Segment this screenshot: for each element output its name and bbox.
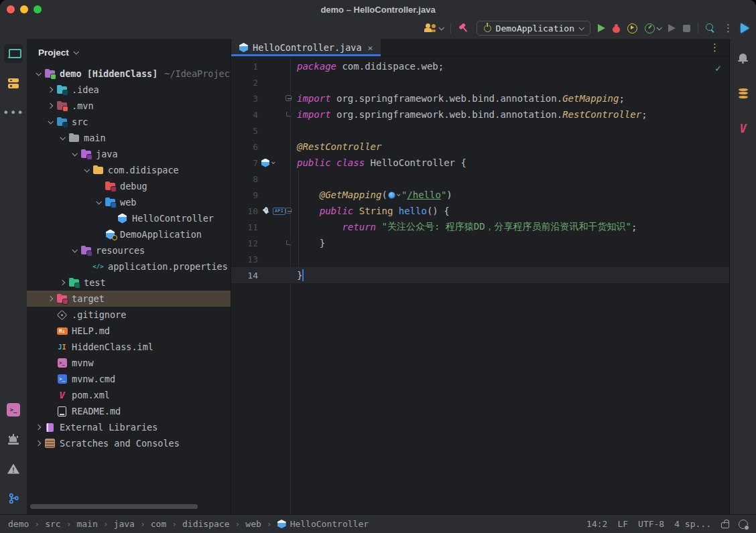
tree-item-DemoApplication[interactable]: DemoApplication <box>27 226 231 242</box>
database-button[interactable] <box>734 84 753 102</box>
status-widget-4sp[interactable]: 4 sp... <box>674 519 711 529</box>
tree-item-main[interactable]: main <box>27 130 231 146</box>
zoom-window-button[interactable] <box>34 5 42 13</box>
tree-item-.mvn[interactable]: .mvn <box>27 98 231 114</box>
notifications-button[interactable] <box>734 48 753 67</box>
chevron-right-icon[interactable] <box>48 296 53 301</box>
chevron-right-icon[interactable] <box>60 280 65 285</box>
plugin-play-icon[interactable] <box>741 23 749 33</box>
maven-button[interactable]: V <box>734 119 753 138</box>
profiler-button[interactable] <box>645 23 661 33</box>
structure-button[interactable] <box>4 74 23 92</box>
tree-item-pom.xml[interactable]: pom.xml <box>27 387 231 403</box>
run-button[interactable] <box>598 24 605 32</box>
tree-item-mvnw.cmd[interactable]: mvnw.cmd <box>27 371 231 387</box>
tree-item-mvnw[interactable]: mvnw <box>27 355 231 371</box>
breadcrumb-main[interactable]: main <box>76 519 97 529</box>
build-hammer-icon[interactable] <box>456 21 471 36</box>
code-line-2[interactable]: 2 <box>231 74 729 90</box>
tree-item-.gitignore[interactable]: .gitignore <box>27 307 231 323</box>
code-line-8[interactable]: 8 <box>231 171 729 187</box>
tree-item-target[interactable]: target <box>27 291 231 307</box>
unlock-icon[interactable] <box>721 520 729 528</box>
code-line-6[interactable]: 6@RestController <box>231 139 729 155</box>
tree-item-HelloController[interactable]: HelloController <box>27 210 231 226</box>
tree-item-External[interactable]: External Libraries <box>27 419 231 435</box>
chevron-right-icon[interactable] <box>36 425 41 430</box>
breadcrumb-src[interactable]: src <box>45 519 60 529</box>
chevron-down-icon[interactable] <box>72 247 77 252</box>
debug-button[interactable] <box>613 24 620 33</box>
run-configuration-selector[interactable]: DemoApplication <box>477 21 590 35</box>
tree-item-HiddenClass.iml[interactable]: HiddenClass.iml <box>27 339 231 355</box>
breadcrumb-web[interactable]: web <box>245 519 261 529</box>
code-line-1[interactable]: 1package com.didispace.web; <box>231 58 729 74</box>
url-inlay-hint[interactable] <box>388 192 399 199</box>
code-with-me-button[interactable] <box>425 23 443 33</box>
status-widget-LF[interactable]: LF <box>617 519 628 529</box>
code-line-3[interactable]: 3import org.springframework.web.bind.ann… <box>231 90 729 106</box>
fold-end-marker[interactable] <box>286 112 291 117</box>
code-line-4[interactable]: 4import org.springframework.web.bind.ann… <box>231 106 729 123</box>
tree-item-resources[interactable]: resources <box>27 242 231 258</box>
close-tab-icon[interactable]: × <box>368 43 373 53</box>
editor-tab-hellocontroller[interactable]: HelloController.java × <box>231 39 381 56</box>
chevron-right-icon[interactable] <box>48 87 53 92</box>
chevron-down-icon[interactable] <box>48 119 53 124</box>
status-widget-UTF8[interactable]: UTF-8 <box>638 519 664 529</box>
breadcrumb-demo[interactable]: demo <box>8 519 29 529</box>
tree-item-demo[interactable]: demo [HiddenClass]~/IdeaProject <box>27 66 231 82</box>
tree-item-HELP.md[interactable]: HELP.md <box>27 323 231 339</box>
class-gutter-icon[interactable] <box>261 159 269 167</box>
breadcrumb-HelloController[interactable]: HelloController <box>277 519 369 529</box>
fold-start-marker[interactable] <box>286 208 292 214</box>
code-line-5[interactable]: 5 <box>231 123 729 139</box>
status-widget-142[interactable]: 14:2 <box>586 519 607 529</box>
code-editor[interactable]: 1package com.didispace.web;23import org.… <box>231 57 729 514</box>
more-kebab-icon[interactable]: ⋮ <box>723 23 733 33</box>
api-badge-icon[interactable]: API <box>273 208 286 215</box>
chevron-down-icon[interactable] <box>84 167 89 172</box>
run-coverage-button[interactable] <box>627 23 637 33</box>
rocket-gutter-icon[interactable] <box>261 206 271 216</box>
fold-start-marker[interactable] <box>286 95 292 101</box>
tree-item-README.md[interactable]: README.md <box>27 403 231 419</box>
problems-button[interactable] <box>4 459 23 478</box>
tree-item-Scratches[interactable]: Scratches and Consoles <box>27 435 231 451</box>
tree-item-.idea[interactable]: .idea <box>27 82 231 98</box>
code-line-12[interactable]: 12 } <box>231 235 729 251</box>
analyzer-settings-icon[interactable] <box>739 520 748 529</box>
tree-item-java[interactable]: java <box>27 146 231 162</box>
code-line-7[interactable]: 7public class HelloController { <box>231 155 729 171</box>
project-panel-header[interactable]: Project <box>27 39 231 66</box>
tree-item-test[interactable]: test <box>27 275 231 291</box>
terminal-button[interactable]: >_ <box>4 400 23 419</box>
search-everywhere-icon[interactable] <box>706 23 716 33</box>
tree-item-application.properties[interactable]: application.properties <box>27 258 231 275</box>
tree-item-web[interactable]: web <box>27 194 231 210</box>
code-line-9[interactable]: 9 @GetMapping("/hello") <box>231 187 729 203</box>
code-line-14[interactable]: 14} <box>231 267 729 283</box>
chevron-down-icon[interactable] <box>36 70 41 76</box>
breadcrumb-didispace[interactable]: didispace <box>182 519 229 529</box>
editor-options-kebab-icon[interactable]: ⋮ <box>710 42 729 54</box>
horizontal-scrollbar[interactable] <box>30 504 198 509</box>
close-window-button[interactable] <box>7 5 15 13</box>
tree-item-com.didispace[interactable]: com.didispace <box>27 162 231 178</box>
chevron-right-icon[interactable] <box>48 103 53 108</box>
breadcrumb-com[interactable]: com <box>151 519 166 529</box>
code-line-13[interactable]: 13 <box>231 251 729 267</box>
chevron-down-icon[interactable] <box>72 151 77 156</box>
chevron-down-icon[interactable] <box>96 199 101 204</box>
minimize-window-button[interactable] <box>20 5 28 13</box>
services-button[interactable] <box>4 430 23 449</box>
code-line-11[interactable]: 11 return "关注公众号: 程序猿DD，分享程序员前沿资讯和干货知识"; <box>231 219 729 235</box>
more-tool-windows-button[interactable]: ••• <box>4 103 23 122</box>
version-control-button[interactable] <box>4 489 23 508</box>
tree-item-src[interactable]: src <box>27 114 231 130</box>
chevron-down-icon[interactable] <box>60 135 65 140</box>
code-line-10[interactable]: 10API public String hello() { <box>231 203 729 219</box>
project-view-button[interactable] <box>4 44 23 63</box>
tree-item-debug[interactable]: debug <box>27 178 231 194</box>
inspection-status-icon[interactable]: ✓ <box>715 62 721 74</box>
